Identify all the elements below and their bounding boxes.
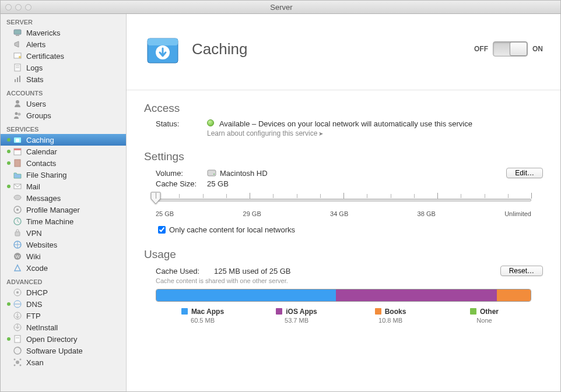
sidebar-item-dns[interactable]: DNS <box>1 298 126 310</box>
section-heading-access: Access <box>144 102 543 115</box>
group-icon <box>12 111 23 120</box>
usage-segment-ios <box>336 289 497 301</box>
legend-name: Books <box>385 308 406 316</box>
sidebar-item-label: Open Directory <box>26 335 77 344</box>
svg-point-10 <box>16 100 19 104</box>
service-toggle[interactable] <box>493 41 528 56</box>
legend-name: iOS Apps <box>286 308 317 316</box>
sidebar-item-label: Profile Manager <box>26 206 80 214</box>
svg-rect-9 <box>19 76 20 82</box>
learn-link[interactable]: Learn about configuring this service➤ <box>207 129 472 137</box>
legend-item-books: Books10.8 MB <box>343 308 437 324</box>
sidebar-item-dhcp[interactable]: DHCP <box>1 287 126 298</box>
sidebar-item-websites[interactable]: Websites <box>1 239 126 250</box>
sidebar-item-stats[interactable]: Stats <box>1 73 126 85</box>
cache-used-label: Cache Used: <box>156 267 214 276</box>
profile-icon <box>12 205 23 214</box>
svg-point-3 <box>19 56 21 58</box>
sidebar-item-logs[interactable]: Logs <box>1 62 126 73</box>
svg-rect-7 <box>15 79 16 82</box>
main-content: Caching OFF ON Access Status: Available … <box>127 14 560 392</box>
sidebar-item-groups[interactable]: Groups <box>1 110 126 121</box>
usage-legend: Mac Apps60.5 MBiOS Apps53.7 MBBooks10.8 … <box>156 308 531 324</box>
sidebar-item-vpn[interactable]: VPN <box>1 227 126 239</box>
sidebar-item-label: Users <box>26 100 46 108</box>
vpn-icon <box>12 228 23 238</box>
sidebar-item-file-sharing[interactable]: File Sharing <box>1 169 126 181</box>
close-window-icon[interactable] <box>5 4 12 10</box>
sidebar-item-xcode[interactable]: Xcode <box>1 262 126 274</box>
log-icon <box>12 63 23 72</box>
sidebar-item-profile-manager[interactable]: Profile Manager <box>1 204 126 216</box>
svg-rect-1 <box>16 35 19 36</box>
sidebar-item-label: NetInstall <box>26 323 58 332</box>
legend-name: Other <box>480 308 499 316</box>
sidebar-item-xsan[interactable]: Xsan <box>1 356 126 368</box>
cache-size-label: Cache Size: <box>156 179 207 188</box>
sidebar-item-ftp[interactable]: FTP <box>1 310 126 322</box>
status-dot-icon <box>6 302 11 306</box>
svg-point-21 <box>16 209 19 211</box>
sidebar-item-alerts[interactable]: Alerts <box>1 38 126 50</box>
stats-icon <box>12 75 23 84</box>
usage-bar <box>156 289 531 302</box>
sidebar-item-label: DNS <box>26 300 42 309</box>
svg-point-11 <box>15 112 18 115</box>
caching-icon <box>12 135 23 144</box>
local-networks-checkbox[interactable] <box>158 226 166 234</box>
sidebar-item-mavericks[interactable]: Mavericks <box>1 27 126 38</box>
svg-point-28 <box>16 291 19 294</box>
sidebar-item-open-directory[interactable]: Open Directory <box>1 333 126 345</box>
sidebar-item-certificates[interactable]: Certificates <box>1 50 126 62</box>
svg-rect-17 <box>15 160 20 167</box>
sidebar-section-header: SERVICES <box>1 121 126 134</box>
svg-point-39 <box>20 365 22 366</box>
mail-icon <box>12 182 23 191</box>
sidebar-item-label: Groups <box>26 111 51 120</box>
calendar-icon <box>12 147 23 156</box>
svg-rect-8 <box>17 77 18 82</box>
toggle-off-label: OFF <box>474 45 488 53</box>
svg-point-37 <box>20 359 22 361</box>
sidebar-item-software-update[interactable]: Software Update <box>1 345 126 356</box>
sidebar-item-label: Wiki <box>26 252 41 261</box>
cache-used-row: Cache Used: 125 MB used of 25 GB Reset… <box>156 266 543 276</box>
legend-value: None <box>437 317 531 324</box>
volume-label: Volume: <box>156 169 207 178</box>
status-row: Status: Available – Devices on your loca… <box>156 119 543 137</box>
cache-size-slider[interactable]: 25 GB29 GB34 GB38 GBUnlimited <box>156 190 531 217</box>
svg-rect-23 <box>15 232 20 236</box>
sidebar-item-messages[interactable]: Messages <box>1 192 126 204</box>
legend-value: 53.7 MB <box>250 317 343 324</box>
reset-button[interactable]: Reset… <box>500 266 543 276</box>
hard-drive-icon <box>207 168 216 178</box>
cache-size-row: Cache Size: 25 GB <box>156 179 543 188</box>
user-icon <box>12 99 23 108</box>
sidebar-section-header: ADVANCED <box>1 274 126 287</box>
sidebar-item-label: Calendar <box>26 147 57 156</box>
sidebar-item-caching[interactable]: Caching <box>1 134 126 146</box>
window-title: Server <box>36 3 527 12</box>
minimize-window-icon[interactable] <box>15 4 22 10</box>
sidebar-item-contacts[interactable]: Contacts <box>1 157 126 169</box>
sidebar-item-mail[interactable]: Mail <box>1 181 126 192</box>
zoom-window-icon[interactable] <box>25 4 31 10</box>
sidebar-item-label: Caching <box>26 136 54 144</box>
section-heading-usage: Usage <box>144 248 543 261</box>
chevron-right-icon: ➤ <box>318 130 323 137</box>
sidebar-item-label: Alerts <box>26 40 45 49</box>
local-networks-checkbox-row: Only cache content for local networks <box>156 224 543 235</box>
svg-rect-43 <box>208 170 216 176</box>
local-networks-label: Only cache content for local networks <box>169 225 295 234</box>
sidebar-item-netinstall[interactable]: NetInstall <box>1 322 126 333</box>
sidebar-item-label: Software Update <box>26 347 83 355</box>
edit-button[interactable]: Edit… <box>506 168 543 178</box>
sidebar-item-wiki[interactable]: WWiki <box>1 250 126 262</box>
status-indicator-icon <box>207 119 214 126</box>
usage-segment-books <box>497 289 531 301</box>
sidebar-item-time-machine[interactable]: Time Machine <box>1 216 126 227</box>
sidebar-item-users[interactable]: Users <box>1 98 126 110</box>
window-controls[interactable] <box>5 4 31 10</box>
svg-rect-41 <box>148 38 178 45</box>
sidebar-item-calendar[interactable]: Calendar <box>1 146 126 157</box>
